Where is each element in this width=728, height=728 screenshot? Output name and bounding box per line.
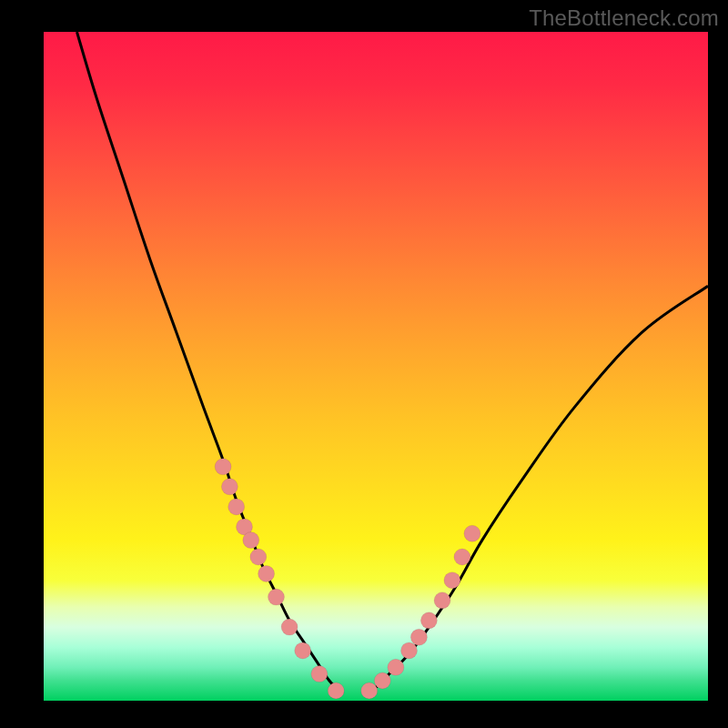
data-point: [243, 532, 259, 549]
data-point: [258, 565, 275, 581]
watermark-text: TheBottleneck.com: [529, 5, 719, 31]
data-point: [228, 499, 245, 515]
data-point: [221, 479, 238, 495]
outer-frame: TheBottleneck.com: [0, 0, 728, 728]
data-point: [268, 589, 285, 605]
scatter-dots: [215, 459, 480, 699]
data-point: [464, 525, 480, 541]
data-point: [410, 629, 427, 645]
left-curve: [77, 32, 343, 694]
data-point: [388, 659, 404, 675]
data-point: [361, 682, 378, 699]
data-point: [215, 459, 231, 475]
data-point: [311, 666, 328, 682]
chart-svg: [44, 32, 708, 701]
data-point: [328, 682, 344, 699]
data-point: [444, 572, 460, 589]
data-point: [420, 612, 437, 629]
data-point: [250, 549, 267, 565]
data-point: [401, 642, 418, 659]
data-point: [295, 642, 311, 659]
data-point: [374, 672, 390, 689]
data-point: [281, 619, 298, 635]
data-point: [454, 549, 470, 565]
data-point: [434, 592, 450, 609]
